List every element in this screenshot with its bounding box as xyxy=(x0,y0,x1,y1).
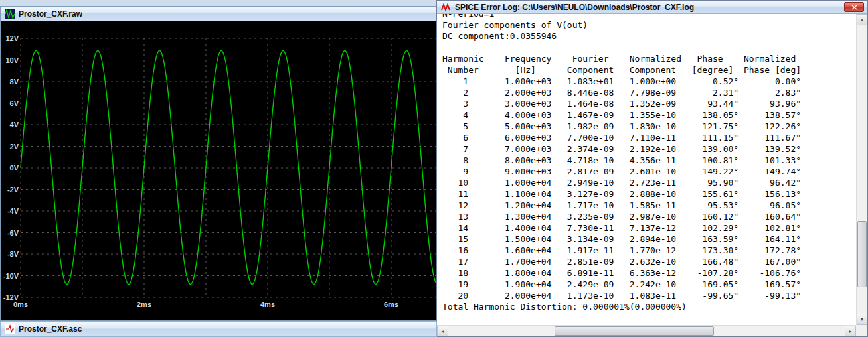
scroll-left-icon: ◄ xyxy=(440,329,445,334)
x-tick-label: 2ms xyxy=(137,301,151,308)
x-tick-label: 4ms xyxy=(260,301,275,308)
waveform-plot[interactable]: 12V10V8V6V4V2V0V-2V-4V-6V-8V-10V-12V0ms2… xyxy=(1,21,436,320)
log-line: 14 1.400e+04 7.730e-11 7.137e-12 102.29°… xyxy=(442,222,856,234)
log-line: 20 2.000e+04 1.173e-10 1.083e-11 -99.65°… xyxy=(442,290,856,301)
log-line: Harmonic Frequency Fourier Normalized Ph… xyxy=(442,53,856,64)
log-line: 13 1.300e+04 3.235e-09 2.987e-10 160.12°… xyxy=(442,211,856,222)
log-line: 5 5.000e+03 1.982e-09 1.830e-10 121.75° … xyxy=(442,121,856,132)
y-tick-label: -10V xyxy=(3,272,19,280)
scroll-right-icon: ► xyxy=(848,329,853,334)
waveform-window: Prostor_CXF.raw 12V10V8V6V4V2V0V-2V-4V-6… xyxy=(0,6,437,321)
vertical-scroll-thumb[interactable] xyxy=(857,221,867,287)
log-line xyxy=(442,42,856,53)
log-line: 15 1.500e+04 3.134e-09 2.894e-10 163.59°… xyxy=(442,234,856,245)
scroll-left-button[interactable]: ◄ xyxy=(437,326,448,336)
scroll-up-icon: ▲ xyxy=(860,17,865,22)
log-line: 18 1.800e+04 6.891e-11 6.363e-12 -107.28… xyxy=(442,267,856,279)
log-text: N-Period=1Fourier components of V(out)DC… xyxy=(437,14,856,312)
log-line: 3 3.000e+03 1.464e-08 1.352e-09 93.44° 9… xyxy=(442,98,856,109)
log-line: 17 1.700e+04 2.851e-09 2.632e-10 166.48°… xyxy=(442,256,856,267)
scroll-right-button[interactable]: ► xyxy=(845,326,856,336)
log-line: Total Harmonic Distortion: 0.000001%(0.0… xyxy=(442,301,856,312)
y-tick-label: 6V xyxy=(10,100,19,107)
y-tick-label: 0V xyxy=(10,164,19,172)
waveform-file-icon xyxy=(5,9,15,19)
y-tick-label: 10V xyxy=(5,56,19,64)
scroll-down-icon: ▼ xyxy=(860,317,865,322)
log-line: 2 2.000e+03 8.446e-08 7.798e-09 2.31° 2.… xyxy=(442,87,856,98)
y-tick-label: -8V xyxy=(7,250,19,258)
x-tick-label: 0ms xyxy=(13,301,28,308)
vertical-scroll-track[interactable] xyxy=(857,25,867,314)
y-tick-label: 2V xyxy=(10,143,19,151)
y-tick-label: 4V xyxy=(10,121,19,129)
close-button[interactable] xyxy=(844,2,864,12)
log-line: DC component:0.0355946 xyxy=(442,31,856,42)
horizontal-scrollbar[interactable]: ◄ ► xyxy=(437,325,856,336)
log-line: 11 1.100e+04 3.127e-09 2.888e-10 155.61°… xyxy=(442,188,856,200)
waveform-window-titlebar[interactable]: Prostor_CXF.raw xyxy=(1,7,436,21)
y-tick-label: -6V xyxy=(7,229,19,237)
log-line: Fourier components of V(out) xyxy=(442,19,856,31)
log-line: 9 9.000e+03 2.817e-09 2.601e-10 149.22° … xyxy=(442,166,856,177)
horizontal-scroll-track[interactable] xyxy=(448,326,845,336)
y-tick-label: 8V xyxy=(10,78,19,86)
log-line: 7 7.000e+03 2.374e-09 2.192e-10 139.00° … xyxy=(442,143,856,155)
scrollbar-corner xyxy=(856,325,867,336)
schematic-window-title: Prostor_CXF.asc xyxy=(19,324,82,334)
y-tick-label: 12V xyxy=(5,34,19,42)
scroll-down-button[interactable]: ▼ xyxy=(857,314,867,325)
log-line: 1 1.000e+03 1.083e+01 1.000e+00 -0.52° 0… xyxy=(442,76,856,87)
log-line: 12 1.200e+04 1.717e-10 1.585e-11 95.53° … xyxy=(442,200,856,211)
log-line: Number [Hz] Component Component [degree]… xyxy=(442,64,856,76)
scroll-up-button[interactable]: ▲ xyxy=(857,14,867,25)
ltspice-icon xyxy=(441,2,452,13)
close-icon xyxy=(851,5,857,10)
log-line: 19 1.900e+04 2.429e-09 2.242e-10 169.05°… xyxy=(442,279,856,290)
log-line: 4 4.000e+03 1.467e-09 1.355e-10 138.05° … xyxy=(442,109,856,121)
log-line: 6 6.000e+03 7.700e-10 7.110e-11 111.15° … xyxy=(442,132,856,143)
horizontal-scroll-thumb[interactable] xyxy=(555,326,714,336)
y-tick-label: -2V xyxy=(7,186,19,194)
waveform-window-title: Prostor_CXF.raw xyxy=(19,9,82,19)
log-line: 10 1.000e+04 2.949e-10 2.723e-11 95.90° … xyxy=(442,177,856,188)
log-line: 16 1.600e+04 1.917e-11 1.770e-12 -173.30… xyxy=(442,245,856,256)
waveform-svg: 12V10V8V6V4V2V0V-2V-4V-6V-8V-10V-12V0ms2… xyxy=(1,21,436,320)
error-log-titlebar[interactable]: SPICE Error Log: C:\Users\NEULO\Download… xyxy=(437,1,867,14)
y-tick-label: -4V xyxy=(7,207,19,215)
log-line: 8 8.000e+03 4.718e-10 4.356e-11 100.81° … xyxy=(442,155,856,166)
sine-trace xyxy=(21,50,436,284)
error-log-window: SPICE Error Log: C:\Users\NEULO\Download… xyxy=(436,0,868,337)
log-line-partial: N-Period=1 xyxy=(442,14,856,19)
error-log-title: SPICE Error Log: C:\Users\NEULO\Download… xyxy=(455,3,694,12)
schematic-window-titlebar[interactable]: Prostor_CXF.asc xyxy=(0,321,437,337)
schematic-file-icon xyxy=(5,324,15,334)
log-content: N-Period=1Fourier components of V(out)DC… xyxy=(437,14,856,325)
x-tick-label: 6ms xyxy=(384,301,398,308)
vertical-scrollbar[interactable]: ▲ ▼ xyxy=(856,14,867,325)
